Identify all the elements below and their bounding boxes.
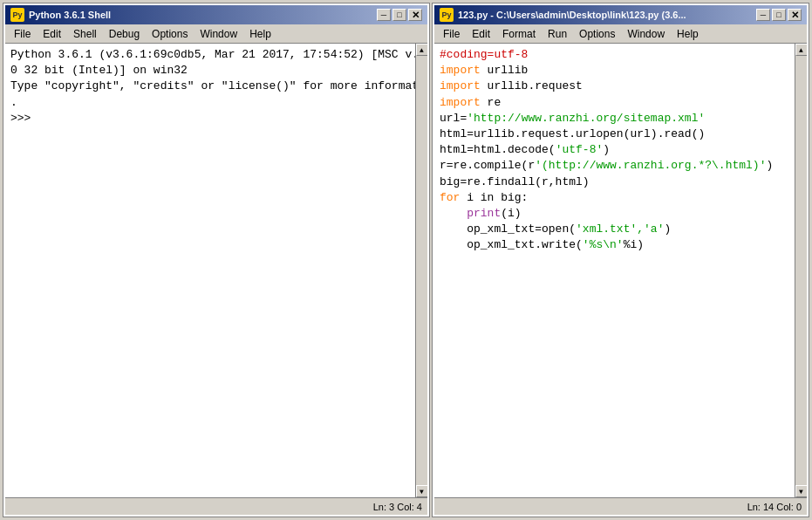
scroll-up-button[interactable]: ▲ [416,44,428,56]
editor-menu-file[interactable]: File [438,26,465,42]
editor-menu-help[interactable]: Help [672,26,704,42]
editor-menu-options[interactable]: Options [574,26,620,42]
shell-window: Py Python 3.6.1 Shell ─ □ ✕ File Edit Sh… [3,3,429,517]
editor-icon: Py [440,8,454,22]
shell-editor-area: Python 3.6.1 (v3.6.1:69c0db5, Mar 21 201… [5,44,427,497]
scroll-track[interactable] [416,56,427,485]
shell-status-bar: Ln: 3 Col: 4 [5,497,427,515]
svg-text:Py: Py [12,10,22,19]
editor-main-area: #coding=utf-8 import urllib import urlli… [434,44,807,497]
editor-menu-run[interactable]: Run [542,26,572,42]
maximize-button[interactable]: □ [392,9,406,21]
editor-scroll-track[interactable] [795,56,807,485]
editor-menu-edit[interactable]: Edit [467,26,495,42]
shell-status-text: Ln: 3 Col: 4 [373,502,422,512]
editor-title-buttons: ─ □ ✕ [756,9,802,21]
menu-options[interactable]: Options [147,26,193,42]
editor-close-button[interactable]: ✕ [788,9,802,21]
svg-text:Py: Py [441,10,451,19]
editor-scrollbar: ▲ ▼ [795,44,807,497]
editor-minimize-button[interactable]: ─ [756,9,770,21]
shell-icon: Py [10,8,24,22]
menu-window[interactable]: Window [194,26,242,42]
shell-menu-bar: File Edit Shell Debug Options Window Hel… [5,24,427,44]
editor-menu-format[interactable]: Format [497,26,541,42]
minimize-button[interactable]: ─ [377,9,391,21]
editor-menu-window[interactable]: Window [622,26,670,42]
editor-status-text: Ln: 14 Col: 0 [747,502,802,512]
editor-menu-bar: File Edit Format Run Options Window Help [434,24,807,44]
editor-title-bar: Py 123.py - C:\Users\admin\Desktop\link\… [434,5,807,24]
menu-shell[interactable]: Shell [68,26,102,42]
code-editor[interactable]: #coding=utf-8 import urllib import urlli… [434,44,795,497]
shell-title-buttons: ─ □ ✕ [377,9,422,21]
editor-title-text: 123.py - C:\Users\admin\Desktop\link\123… [458,10,686,20]
editor-maximize-button[interactable]: □ [772,9,786,21]
menu-file[interactable]: File [9,26,36,42]
editor-window: Py 123.py - C:\Users\admin\Desktop\link\… [433,3,809,517]
close-button[interactable]: ✕ [408,9,422,21]
shell-title-bar: Py Python 3.6.1 Shell ─ □ ✕ [5,5,427,24]
menu-help[interactable]: Help [244,26,276,42]
menu-edit[interactable]: Edit [38,26,66,42]
menu-debug[interactable]: Debug [104,26,145,42]
shell-scrollbar: ▲ ▼ [415,44,427,497]
editor-scroll-down-button[interactable]: ▼ [795,485,808,497]
shell-content[interactable]: Python 3.6.1 (v3.6.1:69c0db5, Mar 21 201… [5,44,415,497]
editor-status-bar: Ln: 14 Col: 0 [434,497,807,515]
editor-scroll-up-button[interactable]: ▲ [795,44,808,56]
scroll-down-button[interactable]: ▼ [416,485,428,497]
editor-title-left: Py 123.py - C:\Users\admin\Desktop\link\… [440,8,686,22]
shell-title-left: Py Python 3.6.1 Shell [10,8,111,22]
shell-title-text: Python 3.6.1 Shell [29,10,111,20]
